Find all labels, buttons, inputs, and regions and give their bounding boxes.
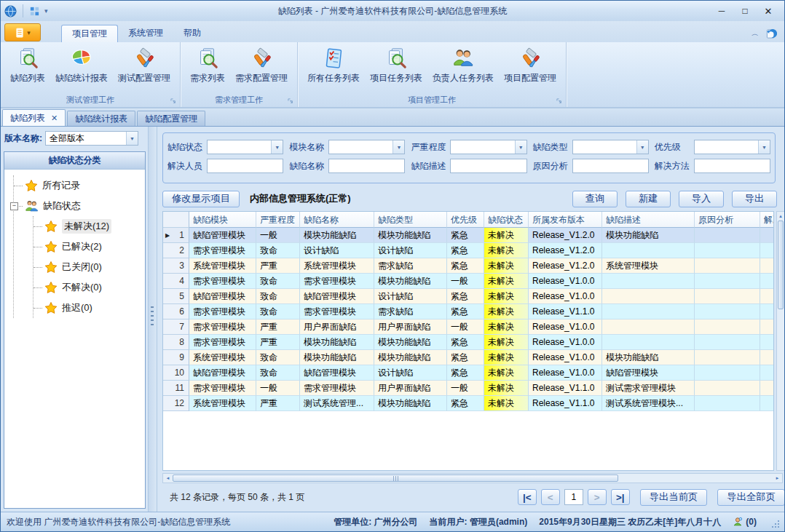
app-menu-button[interactable]: ▾ xyxy=(4,23,41,41)
prev-page-button[interactable]: < xyxy=(541,489,560,505)
quick-access-dropdown-icon[interactable]: ▾ xyxy=(44,7,48,15)
cell[interactable]: 缺陷管理模块 xyxy=(189,228,256,243)
cell[interactable]: 设计缺陷 xyxy=(374,289,447,304)
cell[interactable]: 需求缺陷 xyxy=(374,304,447,319)
last-page-button[interactable]: >| xyxy=(611,489,630,505)
cell[interactable] xyxy=(760,335,774,350)
maximize-button[interactable]: □ xyxy=(735,4,755,18)
first-page-button[interactable]: |< xyxy=(518,489,537,505)
cell[interactable]: 用户界面缺陷 xyxy=(300,319,374,335)
chevron-down-icon[interactable]: ▼ xyxy=(392,140,404,154)
cell[interactable]: 用户界面缺陷 xyxy=(374,319,447,335)
cell[interactable]: 需求管理模块 xyxy=(300,381,374,396)
table-row[interactable]: 9系统管理模块致命模块功能缺陷模块功能缺陷紧急未解决Release_V1.0.0… xyxy=(163,350,773,365)
table-row[interactable]: 10缺陷管理模块致命缺陷管理模块设计缺陷紧急未解决Release_V1.0.0缺… xyxy=(163,365,773,381)
cell[interactable]: 致命 xyxy=(256,274,300,289)
row-header-cell[interactable]: 6 xyxy=(163,304,189,319)
column-header-优先级[interactable]: 优先级 xyxy=(447,212,484,228)
cell[interactable] xyxy=(760,365,774,381)
cell[interactable] xyxy=(602,289,695,304)
row-header-cell[interactable]: 7 xyxy=(163,319,189,335)
cell[interactable] xyxy=(760,274,774,289)
cell[interactable]: 需求管理模块 xyxy=(189,335,256,350)
tree-item-未解决(12)[interactable]: 未解决(12) xyxy=(33,216,145,237)
horizontal-scrollbar[interactable]: ◄ ► xyxy=(162,473,783,483)
cell[interactable]: 紧急 xyxy=(447,289,484,304)
cell[interactable]: 未解决 xyxy=(484,365,529,381)
cell[interactable]: 严重 xyxy=(256,258,300,274)
import-button[interactable]: 导入 xyxy=(679,191,724,207)
cell[interactable]: 一般 xyxy=(447,319,484,335)
cell[interactable]: 未解决 xyxy=(484,243,529,258)
cell[interactable]: 致命 xyxy=(256,304,300,319)
table-row[interactable]: ▶1缺陷管理模块一般模块功能缺陷模块功能缺陷紧急未解决Release_V1.2.… xyxy=(163,228,773,243)
export-button[interactable]: 导出 xyxy=(732,191,777,207)
filter-input-缺陷名称[interactable] xyxy=(328,159,405,173)
table-row[interactable]: 3系统管理模块严重系统管理模块需求缺陷紧急未解决Release_V1.2.0系统… xyxy=(163,258,773,274)
cell[interactable]: 设计缺陷 xyxy=(374,365,447,381)
table-row[interactable]: 4需求管理模块致命需求管理模块模块功能缺陷一般未解决Release_V1.0.0 xyxy=(163,274,773,289)
cell[interactable]: 紧急 xyxy=(447,350,484,365)
filter-select-缺陷类型[interactable]: ▼ xyxy=(572,140,649,154)
cell[interactable]: 需求缺陷 xyxy=(374,258,447,274)
doc-tab-缺陷列表[interactable]: 缺陷列表✕ xyxy=(2,109,66,126)
filter-input-缺陷描述[interactable] xyxy=(450,159,526,173)
row-header-cell[interactable]: ▶1 xyxy=(163,228,189,243)
filter-select-缺陷状态[interactable]: ▼ xyxy=(207,140,283,154)
cell[interactable]: 需求管理模块 xyxy=(189,274,256,289)
cell[interactable]: 用户界面缺陷 xyxy=(374,381,447,396)
cell[interactable]: 需求管理模块 xyxy=(189,319,256,335)
cell[interactable]: 系统管理模块 xyxy=(189,258,256,274)
cell[interactable]: Release_V1.2.0 xyxy=(529,228,602,243)
cell[interactable]: 未解决 xyxy=(484,381,529,396)
table-row[interactable]: 5缺陷管理模块致命缺陷管理模块设计缺陷紧急未解决Release_V1.0.0 xyxy=(163,289,773,304)
filter-select-优先级[interactable]: ▼ xyxy=(694,140,770,154)
cell[interactable]: 模块功能缺陷 xyxy=(374,350,447,365)
cell[interactable] xyxy=(602,243,695,258)
row-header-cell[interactable]: 2 xyxy=(163,243,189,258)
close-button[interactable]: ✕ xyxy=(758,4,778,18)
ribbon-button-负责人任务列表[interactable]: 负责人任务列表 xyxy=(427,44,499,86)
ribbon-button-项目任务列表[interactable]: 项目任务列表 xyxy=(365,44,427,86)
cell[interactable]: 系统管理模块 xyxy=(189,350,256,365)
column-header-缺陷描述[interactable]: 缺陷描述 xyxy=(602,212,695,228)
cell[interactable]: 致命 xyxy=(256,350,300,365)
cell[interactable]: 紧急 xyxy=(447,335,484,350)
cell[interactable] xyxy=(602,274,695,289)
cell[interactable] xyxy=(695,258,760,274)
cell[interactable]: Release_V1.0.0 xyxy=(529,289,602,304)
cell[interactable]: 未解决 xyxy=(484,228,529,243)
filter-select-严重程度[interactable]: ▼ xyxy=(450,140,526,154)
cell[interactable] xyxy=(695,228,760,243)
cell[interactable]: Release_V1.1.0 xyxy=(529,304,602,319)
cell[interactable]: 测试系统管理模块... xyxy=(602,396,695,411)
new-button[interactable]: 新建 xyxy=(626,191,671,207)
minimize-ribbon-icon[interactable]: ︿ xyxy=(752,30,759,38)
cell[interactable]: 模块功能缺陷 xyxy=(374,228,447,243)
cell[interactable] xyxy=(695,319,760,335)
export-current-page-button[interactable]: 导出当前页 xyxy=(640,489,708,506)
row-header-cell[interactable]: 10 xyxy=(163,365,189,381)
cell[interactable]: 需求管理模块 xyxy=(189,381,256,396)
cell[interactable] xyxy=(695,365,760,381)
cell[interactable]: 模块功能缺陷 xyxy=(374,274,447,289)
filter-input-解决人员[interactable] xyxy=(207,159,283,173)
cell[interactable]: 致命 xyxy=(256,365,300,381)
cell[interactable] xyxy=(760,319,774,335)
chevron-down-icon[interactable]: ▼ xyxy=(271,140,283,154)
cell[interactable] xyxy=(602,335,695,350)
cell[interactable]: Release_V1.1.0 xyxy=(529,381,602,396)
cell[interactable]: 模块功能缺陷 xyxy=(300,350,374,365)
cell[interactable]: 模块功能缺陷 xyxy=(602,350,695,365)
dialog-launcher-icon[interactable] xyxy=(170,98,177,105)
cell[interactable] xyxy=(760,304,774,319)
cell[interactable] xyxy=(602,319,695,335)
cell[interactable]: 缺陷管理模块 xyxy=(300,289,374,304)
cell[interactable]: 模块功能缺陷 xyxy=(602,228,695,243)
dialog-launcher-icon[interactable] xyxy=(556,98,563,105)
cell[interactable]: 模块功能缺陷 xyxy=(300,335,374,350)
cell[interactable]: 缺陷管理模块 xyxy=(189,365,256,381)
tree-item-不解决(0)[interactable]: 不解决(0) xyxy=(33,277,145,298)
version-select[interactable]: 全部版本 ▼ xyxy=(45,131,138,146)
chevron-down-icon[interactable]: ▼ xyxy=(515,140,526,154)
